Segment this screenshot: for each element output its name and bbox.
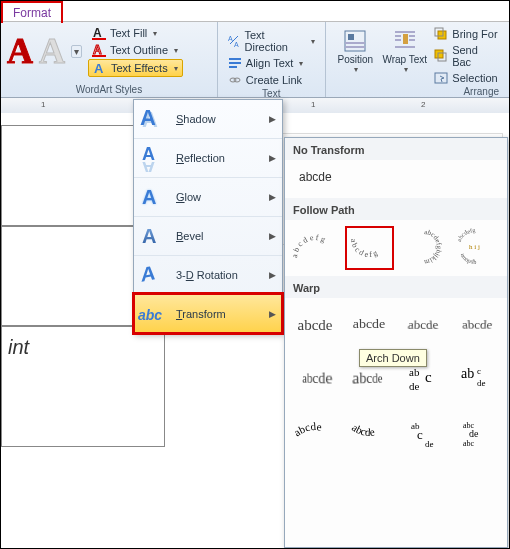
menu-rotation-label: 3-D Rotation xyxy=(176,269,269,281)
position-label: Position xyxy=(338,54,374,65)
menu-item-reflection[interactable]: AA Reflection ▶ xyxy=(134,138,282,177)
svg-rect-8 xyxy=(229,62,241,64)
text-direction-icon: AA xyxy=(228,34,241,48)
svg-rect-23 xyxy=(438,31,446,39)
create-link-label: Create Link xyxy=(246,74,302,86)
thumb-warp-11[interactable]: abcde xyxy=(399,412,447,454)
wrap-text-button[interactable]: Wrap Text▾ xyxy=(381,24,428,86)
bring-forward-label: Bring For xyxy=(452,28,497,40)
thumb-warp-1[interactable]: abcde xyxy=(291,304,339,346)
svg-text:A: A xyxy=(93,26,102,40)
thumb-warp-2[interactable]: abcde xyxy=(345,307,393,343)
menu-reflection-label: Reflection xyxy=(176,152,269,164)
menu-bevel-label: Bevel xyxy=(176,230,269,242)
menu-transform-label: Transform xyxy=(176,308,269,320)
svg-rect-17 xyxy=(395,35,401,37)
svg-text:de: de xyxy=(425,439,434,449)
position-icon xyxy=(342,28,368,54)
bring-forward-button[interactable]: Bring For xyxy=(430,26,503,42)
svg-text:de: de xyxy=(409,380,420,392)
group-wordart-label: WordArt Styles xyxy=(7,84,211,97)
svg-rect-19 xyxy=(403,34,408,44)
transform-gallery: No Transform abcde Follow Path a b c d e… xyxy=(284,137,508,548)
thumb-warp-12[interactable]: abcdeabc xyxy=(453,412,501,454)
svg-text:de: de xyxy=(477,378,486,388)
gallery-header-notransform: No Transform xyxy=(285,138,507,160)
ribbon: A A ▾ A Text Fill▾ A Text Outline▾ A Tex… xyxy=(1,22,509,98)
align-text-button[interactable]: Align Text▾ xyxy=(224,55,319,71)
svg-text:A: A xyxy=(142,225,156,247)
selection-pane-button[interactable]: Selection xyxy=(430,70,503,86)
transform-icon: abc xyxy=(138,299,168,329)
svg-rect-25 xyxy=(435,50,443,58)
menu-shadow-label: SShadowhadow xyxy=(176,113,269,125)
svg-text:abcde: abcde xyxy=(350,421,375,438)
thumb-button[interactable]: abcdefgh i jumopdb xyxy=(454,226,502,268)
svg-rect-9 xyxy=(229,66,237,68)
svg-text:A: A xyxy=(94,61,104,75)
wordart-more-icon[interactable]: ▾ xyxy=(71,45,82,58)
svg-text:c: c xyxy=(425,369,432,385)
wordart-style-1[interactable]: A xyxy=(7,30,33,72)
svg-text:ab: ab xyxy=(409,366,420,378)
menu-item-3d-rotation[interactable]: A 3-D Rotation ▶ xyxy=(134,255,282,294)
position-button[interactable]: Position▾ xyxy=(332,24,379,86)
cell-text: int xyxy=(8,336,29,359)
send-backward-icon xyxy=(434,49,448,63)
align-text-icon xyxy=(228,56,242,70)
create-link-icon xyxy=(228,73,242,87)
chevron-right-icon: ▶ xyxy=(269,114,276,124)
thumb-warp-3[interactable]: abcde xyxy=(399,304,447,346)
thumb-circle[interactable]: abcdefghijklm xyxy=(400,226,448,268)
align-text-label: Align Text xyxy=(246,57,294,69)
text-outline-button[interactable]: A Text Outline▾ xyxy=(88,42,183,58)
chevron-right-icon: ▶ xyxy=(269,270,276,280)
menu-item-transform[interactable]: abc Transform ▶ xyxy=(134,294,282,333)
text-effects-label: Text Effects xyxy=(111,62,168,74)
text-effects-button[interactable]: A Text Effects▾ xyxy=(88,59,183,77)
svg-text:abcde: abcde xyxy=(293,420,323,439)
wrap-text-icon xyxy=(392,28,418,54)
thumb-warp-8[interactable]: abcde xyxy=(453,358,501,400)
text-effects-icon: A xyxy=(93,61,107,75)
text-fill-icon: A xyxy=(92,26,106,40)
svg-text:umopdb: umopdb xyxy=(460,253,477,265)
thumb-warp-4[interactable]: abcde xyxy=(453,304,501,346)
menu-item-bevel[interactable]: A Bevel ▶ xyxy=(134,216,282,255)
svg-text:A: A xyxy=(93,43,102,57)
thumb-arch-down[interactable]: a b c d e f g xyxy=(345,226,395,270)
svg-rect-3 xyxy=(92,55,106,57)
wrap-text-label: Wrap Text xyxy=(382,54,427,65)
thumb-arch-up[interactable]: a b c d e f g xyxy=(291,226,339,268)
svg-text:A: A xyxy=(234,41,239,48)
svg-rect-15 xyxy=(345,46,365,48)
svg-text:abc: abc xyxy=(463,439,475,448)
shadow-icon: AA xyxy=(138,104,168,134)
menu-item-shadow[interactable]: AA SShadowhadow ▶ xyxy=(134,100,282,138)
thumb-warp-9[interactable]: abcde xyxy=(291,412,339,454)
thumb-warp-10[interactable]: abcde xyxy=(345,412,393,454)
thumb-no-transform[interactable]: abcde xyxy=(285,160,507,198)
reflection-icon: AA xyxy=(138,143,168,173)
svg-rect-22 xyxy=(395,46,415,48)
svg-text:A: A xyxy=(228,35,233,42)
svg-rect-20 xyxy=(395,39,401,41)
send-backward-button[interactable]: Send Bac xyxy=(430,43,503,69)
chevron-right-icon: ▶ xyxy=(269,231,276,241)
menu-glow-label: Glow xyxy=(176,191,269,203)
svg-rect-18 xyxy=(409,35,415,37)
svg-text:h i j: h i j xyxy=(469,243,480,251)
text-direction-label: Text Direction xyxy=(245,29,305,53)
svg-rect-16 xyxy=(395,31,415,33)
wordart-style-2[interactable]: A xyxy=(39,30,65,72)
text-fill-button[interactable]: A Text Fill▾ xyxy=(88,25,183,41)
create-link-button[interactable]: Create Link xyxy=(224,72,319,88)
menu-item-glow[interactable]: AA Glow ▶ xyxy=(134,177,282,216)
svg-text:A: A xyxy=(142,186,156,208)
svg-text:abc: abc xyxy=(138,307,162,323)
thumb-warp-5[interactable]: abcde xyxy=(291,358,339,400)
svg-rect-14 xyxy=(345,42,365,44)
tab-format[interactable]: Format xyxy=(1,1,63,23)
text-direction-button[interactable]: AA Text Direction▾ xyxy=(224,28,319,54)
chevron-right-icon: ▶ xyxy=(269,309,276,319)
